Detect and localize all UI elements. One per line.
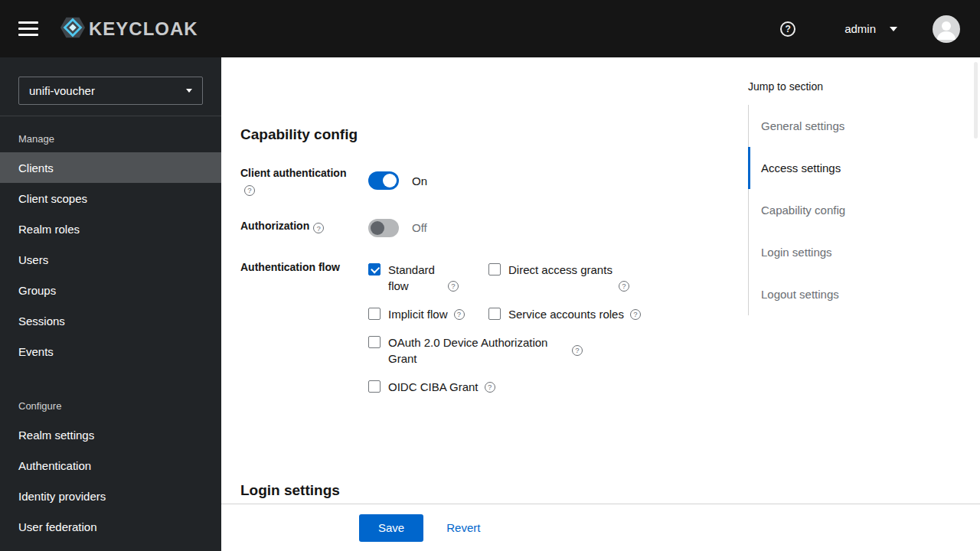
toggle-state-label: On (412, 174, 427, 187)
field-control: On (368, 166, 727, 196)
help-icon[interactable] (619, 281, 629, 292)
client-authentication-toggle[interactable] (368, 171, 399, 190)
sidebar-item-users[interactable]: Users (0, 244, 221, 275)
jump-link-logout-settings[interactable]: Logout settings (749, 273, 933, 315)
keycloak-admin-console: KEYCLOAK admin unifi-voucher M (0, 0, 980, 551)
field-control: Off (368, 219, 727, 237)
keycloak-logo-text: KEYCLOAK (89, 18, 198, 40)
checkbox-label: OAuth 2.0 Device Authorization Grant (388, 334, 566, 367)
sidebar-item-realm-settings[interactable]: Realm settings (0, 419, 221, 450)
checkbox-standard-flow[interactable]: Standard flow (368, 262, 488, 294)
save-button[interactable]: Save (359, 514, 423, 542)
checkbox-service-accounts-roles[interactable]: Service accounts roles (488, 306, 653, 322)
checkbox-label: Service accounts roles (508, 306, 624, 322)
sidebar-nav-list: Clients Client scopes Realm roles Users … (0, 152, 221, 367)
sidebar-item-realm-roles[interactable]: Realm roles (0, 214, 221, 244)
checkbox-icon (368, 263, 381, 276)
help-icon[interactable] (630, 309, 641, 320)
keycloak-logo-icon (60, 15, 86, 44)
keycloak-logo[interactable]: KEYCLOAK (60, 15, 198, 44)
help-icon[interactable] (485, 382, 495, 393)
sidebar-item-client-scopes[interactable]: Client scopes (0, 183, 221, 214)
field-label: Authorization (240, 219, 368, 237)
sidebar-item-events[interactable]: Events (0, 336, 221, 367)
revert-button[interactable]: Revert (446, 521, 480, 534)
field-label-text: Authentication flow (240, 261, 340, 273)
toggle-state-label: Off (412, 221, 427, 234)
field-label-text: Client authentication (240, 167, 346, 179)
jump-link-capability-config[interactable]: Capability config (749, 189, 933, 231)
user-menu-label: admin (844, 22, 876, 35)
checkbox-icon (368, 336, 381, 348)
field-authentication-flow: Authentication flow Standard flow Direct… (240, 260, 727, 395)
caret-down-icon (890, 27, 897, 31)
checkbox-label: Standard flow (388, 262, 442, 294)
jump-to-section-list: General settings Access settings Capabil… (748, 105, 933, 315)
field-authorization: Authorization Off (240, 219, 727, 237)
nav-toggle-button[interactable] (18, 21, 38, 36)
jump-to-section-title: Jump to section (748, 80, 933, 93)
field-label: Client authentication (240, 166, 368, 196)
sidebar: unifi-voucher Manage Clients Client scop… (0, 57, 221, 551)
field-label: Authentication flow (240, 260, 368, 395)
checkbox-icon (488, 263, 501, 276)
authentication-flow-options: Standard flow Direct access grants Impli… (368, 260, 653, 395)
checkbox-oidc-ciba-grant[interactable]: OIDC CIBA Grant (368, 379, 653, 395)
avatar[interactable] (933, 15, 960, 43)
sidebar-group-title: Manage (0, 116, 221, 152)
header: KEYCLOAK admin (0, 0, 980, 57)
client-settings-form: Capability config Client authentication … (221, 57, 727, 500)
help-icon[interactable] (244, 185, 255, 196)
realm-selector-value: unifi-voucher (29, 84, 95, 97)
sidebar-item-clients[interactable]: Clients (0, 152, 221, 183)
checkbox-implicit-flow[interactable]: Implicit flow (368, 306, 488, 322)
jump-link-access-settings[interactable]: Access settings (749, 147, 933, 189)
form-action-bar: Save Revert (221, 504, 980, 551)
checkbox-icon (368, 308, 381, 320)
sidebar-group-manage: Manage Clients Client scopes Realm roles… (0, 116, 221, 367)
field-control: Standard flow Direct access grants Impli… (368, 260, 727, 395)
checkbox-direct-access-grants[interactable]: Direct access grants (488, 262, 653, 294)
header-toolbar: admin (780, 15, 960, 43)
caret-down-icon (186, 89, 192, 93)
jump-link-login-settings[interactable]: Login settings (749, 231, 933, 273)
jump-to-section: Jump to section General settings Access … (748, 80, 933, 315)
checkbox-label: Implicit flow (388, 306, 448, 322)
field-label-text: Authorization (240, 220, 309, 232)
section-title-login-settings: Login settings (240, 481, 727, 500)
sidebar-group-title: Configure (0, 386, 221, 419)
checkbox-label: Direct access grants (508, 262, 612, 278)
sidebar-item-groups[interactable]: Groups (0, 275, 221, 305)
sidebar-item-user-federation[interactable]: User federation (0, 511, 221, 542)
help-icon[interactable] (572, 345, 583, 356)
scrollbar-thumb[interactable] (974, 62, 978, 139)
realm-selector-wrap: unifi-voucher (0, 57, 221, 116)
sidebar-item-sessions[interactable]: Sessions (0, 305, 221, 336)
checkbox-icon (488, 308, 501, 320)
sidebar-group-configure: Configure Realm settings Authentication … (0, 386, 221, 542)
authorization-toggle[interactable] (368, 219, 399, 237)
help-icon[interactable] (454, 309, 465, 320)
sidebar-item-identity-providers[interactable]: Identity providers (0, 481, 221, 511)
help-icon[interactable] (448, 281, 459, 292)
checkbox-icon (368, 380, 381, 393)
checkbox-oauth-device-authorization-grant[interactable]: OAuth 2.0 Device Authorization Grant (368, 334, 653, 367)
field-client-authentication: Client authentication On (240, 166, 727, 196)
jump-link-general-settings[interactable]: General settings (749, 105, 933, 147)
user-silhouette-icon (933, 15, 960, 43)
sidebar-nav-list: Realm settings Authentication Identity p… (0, 419, 221, 542)
main-panel: Capability config Client authentication … (221, 57, 980, 551)
realm-selector[interactable]: unifi-voucher (18, 77, 203, 105)
user-menu[interactable]: admin (844, 22, 897, 35)
help-icon[interactable] (780, 21, 795, 37)
checkbox-label: OIDC CIBA Grant (388, 379, 479, 395)
section-title-capability-config: Capability config (240, 125, 727, 145)
sidebar-item-authentication[interactable]: Authentication (0, 450, 221, 481)
help-icon[interactable] (313, 223, 324, 233)
